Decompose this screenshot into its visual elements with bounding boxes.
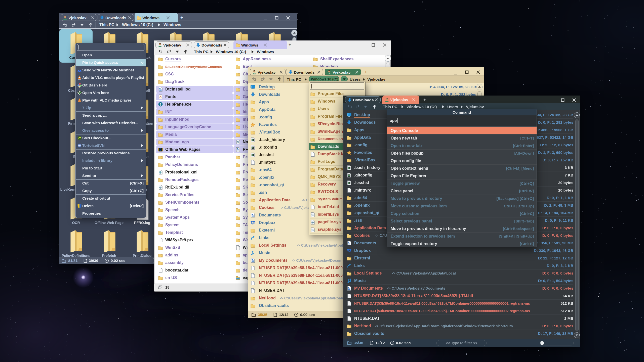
svg-text:?: ? [159,103,162,106]
svg-text:A: A [159,95,162,99]
